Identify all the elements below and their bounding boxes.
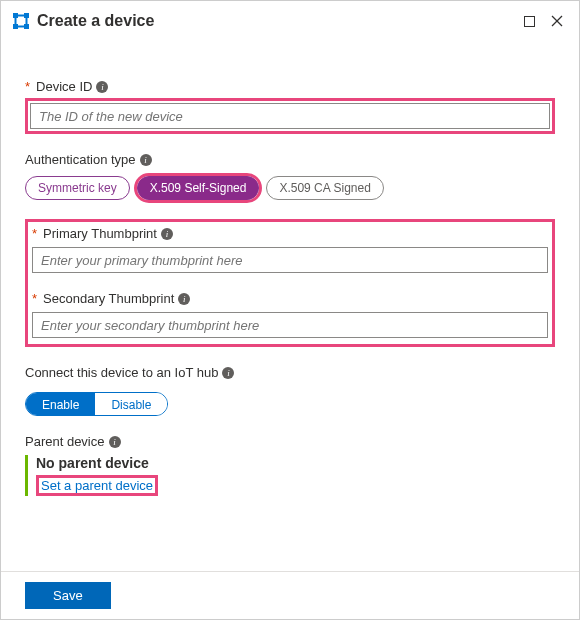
required-asterisk: * (32, 291, 37, 306)
dialog-footer: Save (1, 571, 579, 619)
info-icon[interactable]: i (178, 293, 190, 305)
dialog-title: Create a device (37, 12, 515, 30)
primary-thumbprint-label-text: Primary Thumbprint (43, 226, 157, 241)
connect-hub-toggle: Enable Disable (25, 392, 168, 416)
required-asterisk: * (25, 79, 30, 94)
thumbprints-highlight: * Primary Thumbprint i * Secondary Thumb… (25, 219, 555, 347)
app-logo-icon (9, 9, 33, 33)
auth-option-highlight: X.509 Self-Signed (134, 173, 263, 203)
svg-rect-1 (24, 13, 29, 18)
connect-hub-label: Connect this device to an IoT hub i (25, 365, 555, 380)
connect-disable[interactable]: Disable (95, 393, 167, 415)
dialog-content: * Device ID i Authentication type i Symm… (1, 41, 579, 506)
svg-rect-2 (13, 24, 18, 29)
maximize-button[interactable] (515, 7, 543, 35)
parent-device-label-text: Parent device (25, 434, 105, 449)
svg-rect-0 (13, 13, 18, 18)
dialog-header: Create a device (1, 1, 579, 41)
primary-thumbprint-label: * Primary Thumbprint i (32, 226, 548, 241)
auth-option-x509-self-signed[interactable]: X.509 Self-Signed (137, 176, 260, 200)
save-button[interactable]: Save (25, 582, 111, 609)
secondary-thumbprint-label-text: Secondary Thumbprint (43, 291, 174, 306)
connect-hub-label-text: Connect this device to an IoT hub (25, 365, 218, 380)
auth-option-x509-ca-signed[interactable]: X.509 CA Signed (266, 176, 383, 200)
auth-option-symmetric-key[interactable]: Symmetric key (25, 176, 130, 200)
set-parent-device-link[interactable]: Set a parent device (41, 478, 153, 493)
auth-type-label-text: Authentication type (25, 152, 136, 167)
secondary-thumbprint-input[interactable] (32, 312, 548, 338)
device-id-label-text: Device ID (36, 79, 92, 94)
connect-enable[interactable]: Enable (26, 393, 95, 415)
no-parent-device-text: No parent device (36, 455, 555, 471)
parent-device-block: No parent device Set a parent device (25, 455, 555, 496)
device-id-label: * Device ID i (25, 79, 555, 94)
auth-type-options: Symmetric key X.509 Self-Signed X.509 CA… (25, 173, 555, 203)
device-id-highlight (25, 98, 555, 134)
info-icon[interactable]: i (96, 81, 108, 93)
svg-rect-3 (24, 24, 29, 29)
device-id-input[interactable] (30, 103, 550, 129)
svg-rect-8 (524, 16, 534, 26)
info-icon[interactable]: i (161, 228, 173, 240)
parent-device-label: Parent device i (25, 434, 555, 449)
info-icon[interactable]: i (109, 436, 121, 448)
close-button[interactable] (543, 7, 571, 35)
required-asterisk: * (32, 226, 37, 241)
set-parent-highlight: Set a parent device (36, 475, 158, 496)
info-icon[interactable]: i (140, 154, 152, 166)
auth-type-label: Authentication type i (25, 152, 555, 167)
primary-thumbprint-input[interactable] (32, 247, 548, 273)
info-icon[interactable]: i (222, 367, 234, 379)
secondary-thumbprint-label: * Secondary Thumbprint i (32, 291, 548, 306)
